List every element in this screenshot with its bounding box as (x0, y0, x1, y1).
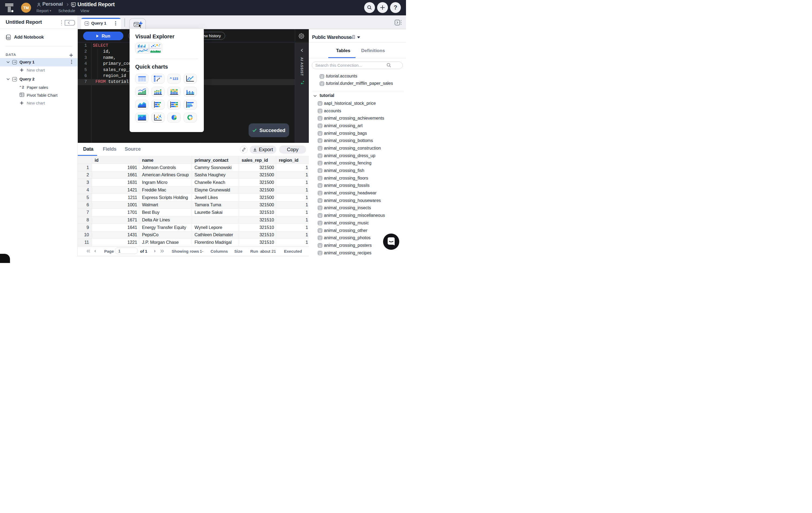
svg-text:123: 123 (173, 77, 178, 81)
